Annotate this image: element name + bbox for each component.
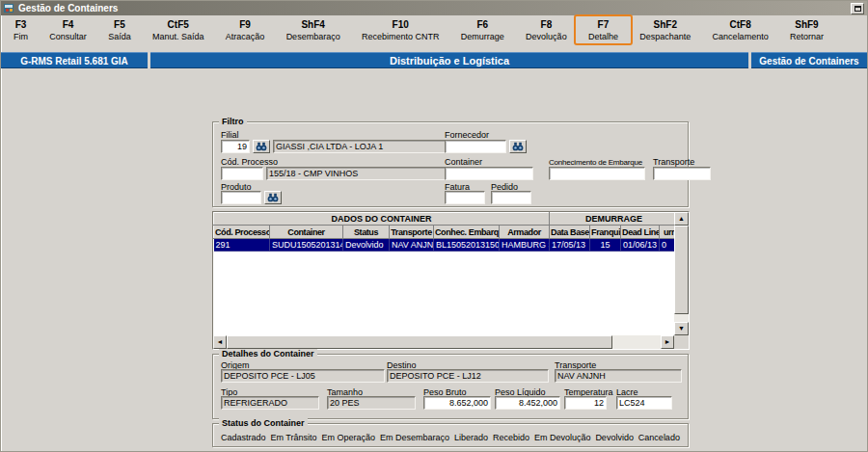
status-legend-item: Em Operação [321,433,375,442]
window-titlebar: Gestão de Containers [1,1,867,15]
cod-processo-input[interactable] [221,167,263,180]
scroll-down-button[interactable]: ▼ [674,322,689,335]
grid-cell: 01/06/13 [621,239,660,252]
toolbar-button-label: Recebimento CNTR [362,32,440,41]
grid-table: DADOS DO CONTAINERDEMURRAGECód. Processo… [213,212,674,252]
toolbar-button-f10[interactable]: F10Recebimento CNTR [357,18,445,42]
destino-field: DEPOSITO PCE - LJ12 [387,369,549,383]
toolbar-key-label: CtF5 [168,19,189,30]
app-icon [4,3,14,13]
grid-column-header[interactable]: Conhec. Embarque [434,226,500,239]
grid-row[interactable]: 291SUDU15052013142DevolvidoNAV ANJNHBL15… [214,239,675,252]
window-title: Gestão de Containers [18,1,847,15]
filtro-groupbox: Filtro Filial GIASSI ,CIA LTDA - LOJA 1 … [212,121,689,207]
toolbar-button-f3[interactable]: F3Fim [9,18,33,42]
window-restore-button[interactable] [851,3,864,14]
tamanho-field: 20 PES [327,396,416,410]
toolbar-button-shf2[interactable]: ShF2Despachante [635,18,695,42]
grid-column-header[interactable]: Data Base [550,226,590,239]
transporte-filter-label: Transporte [653,157,694,167]
toolbar-button-f7[interactable]: F7Detalhe [583,18,623,42]
fatura-input[interactable] [445,191,485,204]
horizontal-scrollbar-thumb[interactable] [227,335,612,349]
grid-column-header[interactable]: Franquia [590,226,621,239]
grid-cell: NAV ANJNH [390,239,434,252]
conhecimento-embarque-input[interactable] [549,167,645,180]
status-legend-item: Cadastrado [221,433,266,442]
toolbar-button-ctf8[interactable]: CtF8Cancelamento [708,18,773,42]
toolbar-key-label: F4 [63,19,74,30]
status-legend-item: Em Devolução [534,433,591,442]
processo-descricao-field: 155/18 - CMP VINHOS [266,167,449,180]
toolbar-button-ctf5[interactable]: CtF5Manut. Saída [148,18,209,42]
origem-field: DEPOSITO PCE - LJ05 [221,369,385,383]
toolbar-button-f5[interactable]: F5Saída [103,18,136,42]
grid-group-header: DADOS DO CONTAINER [214,213,550,226]
produto-search-button[interactable] [264,191,282,204]
grid-column-header[interactable]: Dead Line [621,226,660,239]
grid-group-header: DEMURRAGE [550,213,674,226]
horizontal-scrollbar[interactable]: ◄ ► [213,335,674,349]
app-version-label: G-RMS Retail 5.681 GIA [1,52,148,68]
grid-column-header[interactable]: Cód. Processo [214,226,270,239]
search-binoculars-icon [512,142,524,151]
grid-cell: 15 [590,239,621,252]
toolbar-key-label: F10 [393,19,409,30]
grid-column-header[interactable]: Armador [500,226,550,239]
toolbar-button-f4[interactable]: F4Consultar [44,18,92,42]
toolbar-button-label: Despachante [639,32,691,41]
status-legend-item: Devolvido [595,433,634,442]
module-title: Distribuição e Logística [150,52,748,68]
restore-icon [854,6,861,12]
scrollbar-corner [674,335,689,349]
detalhes-groupbox: Detalhes do Container Origem DEPOSITO PC… [212,354,689,419]
grid-viewport: DADOS DO CONTAINERDEMURRAGECód. Processo… [213,212,674,335]
grid-column-header[interactable]: urr [660,226,674,239]
grid-column-header[interactable]: Status [343,226,390,239]
filial-code-input[interactable] [221,140,250,153]
fornecedor-search-button[interactable] [509,140,527,153]
toolbar-button-label: Cancelamento [713,32,769,41]
grid-cell: HAMBURG SU [500,239,550,252]
toolbar-button-label: Saída [108,32,131,41]
toolbar-key-label: F9 [239,19,251,30]
app-header-bar: G-RMS Retail 5.681 GIA Distribuição e Lo… [1,52,867,68]
toolbar-button-f9[interactable]: F9Atracação [221,18,270,42]
transporte-filter-input[interactable] [653,167,711,180]
container-input[interactable] [445,167,533,180]
search-binoculars-icon [256,142,267,151]
status-legend-item: Em Trânsito [270,433,316,442]
filial-search-button[interactable] [253,140,270,153]
toolbar-button-label: Fim [14,32,28,41]
produto-input[interactable] [221,191,261,204]
filtro-legend: Filtro [219,117,247,126]
vertical-scrollbar-thumb[interactable] [674,226,689,314]
scroll-up-button[interactable]: ▲ [674,212,689,226]
grid-column-header[interactable]: Transporte [390,226,434,239]
scroll-left-button[interactable]: ◄ [213,335,227,349]
peso-bruto-field: 8.652,000 [423,396,491,410]
toolbar-button-shf9[interactable]: ShF9Retornar [785,18,828,42]
vertical-scrollbar[interactable]: ▲ ▼ [674,212,689,335]
toolbar-button-f8[interactable]: F8Devolução [521,18,572,42]
filial-name-field: GIASSI ,CIA LTDA - LOJA 1 [273,140,448,153]
toolbar-button-f6[interactable]: F6Demurrage [456,18,509,42]
search-binoculars-icon [267,193,279,202]
fornecedor-input[interactable] [445,140,506,153]
toolbar-key-label: CtF8 [730,19,751,30]
grid-column-header[interactable]: Container [270,226,343,239]
status-legend-item: Liberado [454,433,488,442]
toolbar-key-label: ShF9 [795,19,818,30]
toolbar-button-label: Desembaraço [286,32,340,41]
container-data-grid: DADOS DO CONTAINERDEMURRAGECód. Processo… [212,211,690,350]
detalhes-legend: Detalhes do Container [219,349,317,359]
pedido-input[interactable] [491,191,531,204]
transporte-detail-field: NAV ANJNH [555,369,682,383]
status-legend: Status do Container [219,418,308,428]
filial-label: Filial [221,130,239,140]
toolbar-key-label: F7 [598,19,610,30]
status-legend-row: CadastradoEm TrânsitoEm OperaçãoEm Desem… [221,433,680,442]
scroll-right-button[interactable]: ► [661,335,674,349]
toolbar-button-label: Demurrage [461,32,504,41]
toolbar-button-shf4[interactable]: ShF4Desembaraço [282,18,345,42]
